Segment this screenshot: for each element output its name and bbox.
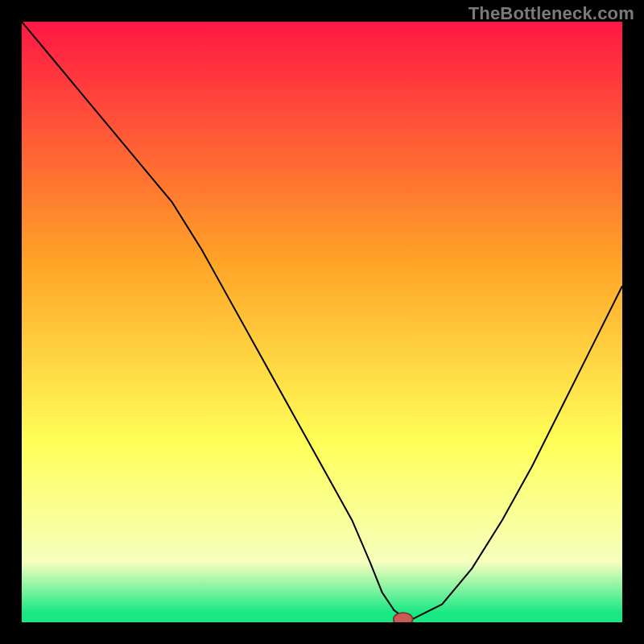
- chart-svg: [22, 22, 622, 622]
- gradient-background: [22, 22, 622, 622]
- chart-frame: TheBottleneck.com: [0, 0, 644, 644]
- plot-area: [22, 22, 622, 622]
- minimum-marker: [394, 613, 413, 622]
